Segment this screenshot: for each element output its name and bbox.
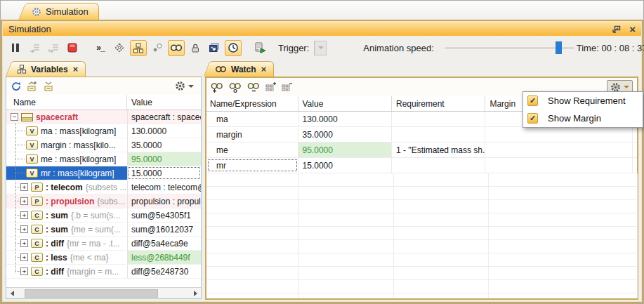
watch-margin-cell	[485, 158, 633, 173]
float-window-icon[interactable]	[612, 25, 621, 34]
watch-name-cell[interactable]: ma	[206, 112, 298, 126]
value-cell[interactable]: sum@5e4305f1	[127, 209, 201, 222]
tree-row-propulsion[interactable]: P: propulsion{subs... propulsion : propu…	[6, 194, 201, 209]
animation-speed-label: Animation speed:	[363, 43, 433, 53]
block-icon	[21, 113, 33, 121]
tree-row-sum2[interactable]: C: sum{me = sum(... sum@16012037	[6, 223, 201, 237]
remove-watch-button[interactable]	[247, 82, 261, 93]
watch-row-me[interactable]: me 95.0000 1 - "Estimated mass sh...	[206, 143, 637, 158]
expander-plus-icon[interactable]	[20, 183, 28, 191]
tab-variables[interactable]: Variables	[14, 61, 86, 77]
node-detail: {.b = sum(s...	[71, 211, 120, 220]
expander-plus-icon[interactable]	[20, 253, 28, 261]
hide-columns-button[interactable]	[282, 82, 293, 93]
watch-requirement-cell	[392, 112, 485, 126]
tree-row-less[interactable]: C: less{me < ma} less@268b449f	[6, 251, 201, 265]
scrollbar-thumb[interactable]	[25, 289, 158, 298]
value-cell[interactable]: 130.0000	[127, 124, 201, 138]
simulation-options-button[interactable]	[111, 40, 128, 56]
value-cell[interactable]: propulsion : propuls	[127, 194, 201, 208]
scroll-right-icon[interactable]	[190, 288, 201, 298]
tree-row-margin[interactable]: Vmargin : mass[kilo... 35.0000	[6, 138, 201, 152]
expander-plus-icon[interactable]	[20, 225, 28, 233]
slider-handle[interactable]	[556, 41, 562, 54]
scroll-left-icon[interactable]	[6, 288, 18, 298]
refresh-button[interactable]	[11, 81, 21, 91]
value-cell[interactable]: less@268b449f	[127, 251, 201, 264]
value-cell[interactable]: sum@16012037	[127, 223, 201, 236]
expander-plus-icon[interactable]	[20, 197, 28, 205]
node-label: margin : mass[kilo...	[41, 140, 116, 150]
watch-name-cell[interactable]: margin	[206, 127, 298, 142]
watch-glasses-icon	[215, 65, 227, 73]
add-watch-button[interactable]	[211, 82, 224, 93]
value-cell[interactable]: telecom : telecom@	[127, 180, 201, 194]
animation-speed-slider[interactable]	[445, 41, 574, 54]
tree-row-mr-selected[interactable]: Vmr : mass[kilogram] 15.0000	[6, 166, 201, 180]
tree-row-me[interactable]: Vme : mass[kilogram] 95.0000	[6, 152, 201, 166]
watch-name-cell[interactable]: me	[206, 143, 298, 157]
tree-row-sum1[interactable]: C: sum{.b = sum(s... sum@5e4305f1	[6, 209, 201, 223]
simulation-time: Time: 00 : 08 : 37 , 312	[577, 43, 644, 53]
value-cell[interactable]: 35.0000	[127, 138, 201, 152]
node-detail: {mr = ma - .t...	[67, 239, 120, 249]
watch-requirement-cell	[392, 158, 485, 173]
lock-button[interactable]	[187, 40, 204, 56]
horizontal-scrollbar[interactable]	[6, 287, 201, 298]
variables-toggle-button[interactable]	[130, 40, 147, 56]
menu-item-show-requirement[interactable]: Show Requirement	[523, 92, 643, 110]
watch-value-cell[interactable]: 15.0000	[298, 158, 392, 173]
expand-nodes-button[interactable]	[26, 81, 38, 91]
constraint-property-icon: C	[31, 253, 43, 262]
watch-value-cell[interactable]: 130.0000	[298, 112, 392, 126]
close-window-icon[interactable]	[629, 24, 636, 35]
constraint-property-icon: C	[31, 211, 43, 220]
value-cell[interactable]: diff@5a4eca9e	[127, 237, 201, 250]
clock-toggle-button[interactable]	[225, 40, 242, 56]
insert-watch-button[interactable]	[229, 82, 242, 93]
value-cell[interactable]: 95.0000	[127, 152, 201, 166]
node-label: ma : mass[kilogram]	[41, 126, 116, 136]
value-cell[interactable]: spacecraft : spacecr	[127, 110, 201, 124]
tree-row-diff1[interactable]: C: diff{mr = ma - .t... diff@5a4eca9e	[6, 237, 201, 251]
watch-value-cell[interactable]: 35.0000	[298, 127, 392, 142]
watch-row-mr[interactable]: mr 15.0000	[206, 158, 637, 173]
variables-options-button[interactable]	[172, 79, 197, 93]
node-label: : diff	[46, 239, 64, 249]
watch-empty-rows[interactable]	[206, 173, 637, 298]
tree-row-diff2[interactable]: C: diff{margin = m... diff@5e248730	[6, 265, 201, 279]
tab-watch[interactable]: Watch	[212, 61, 274, 77]
close-watch-tab-icon[interactable]	[261, 65, 265, 74]
tree-row-telecom[interactable]: P: telecom{subsets ... telecom : telecom…	[6, 180, 201, 194]
menu-item-show-margin[interactable]: Show Margin	[523, 110, 643, 127]
trigger-select[interactable]	[314, 41, 327, 55]
console-button[interactable]	[92, 40, 109, 56]
watch-name-cell-focused[interactable]: mr	[206, 158, 298, 173]
pause-button[interactable]	[7, 40, 24, 56]
expander-plus-icon[interactable]	[20, 267, 28, 275]
collapse-nodes-button[interactable]	[43, 81, 55, 91]
value-cell-editing[interactable]: 15.0000	[127, 166, 201, 180]
step-over-button[interactable]	[45, 40, 62, 56]
show-columns-button[interactable]	[265, 82, 277, 93]
node-label: : sum	[46, 225, 68, 234]
variables-panel-body: Name Value spacecraft spacecraft : space…	[6, 77, 202, 299]
watch-value-cell[interactable]: 95.0000	[298, 143, 392, 157]
tree-row-spacecraft[interactable]: spacecraft spacecraft : spacecr	[6, 110, 201, 124]
constraint-property-icon: C	[31, 225, 43, 234]
expander-minus-icon[interactable]	[11, 113, 18, 121]
sessions-button[interactable]	[206, 40, 223, 56]
value-cell[interactable]: diff@5e248730	[127, 265, 201, 278]
simulation-config-button[interactable]	[251, 40, 268, 56]
breakpoints-button[interactable]	[149, 40, 166, 56]
tab-simulation-document[interactable]: Simulation	[27, 3, 99, 20]
expander-plus-icon[interactable]	[20, 211, 28, 219]
expander-plus-icon[interactable]	[20, 239, 28, 247]
stop-button[interactable]	[64, 40, 81, 56]
step-into-button[interactable]	[26, 40, 43, 56]
tree-row-ma[interactable]: Vma : mass[kilogram] 130.0000	[6, 124, 201, 138]
column-header-value: Value	[298, 96, 392, 111]
watch-row-margin[interactable]: margin 35.0000	[206, 127, 637, 143]
watch-toggle-button[interactable]	[168, 40, 185, 56]
close-variables-tab-icon[interactable]	[72, 65, 77, 74]
